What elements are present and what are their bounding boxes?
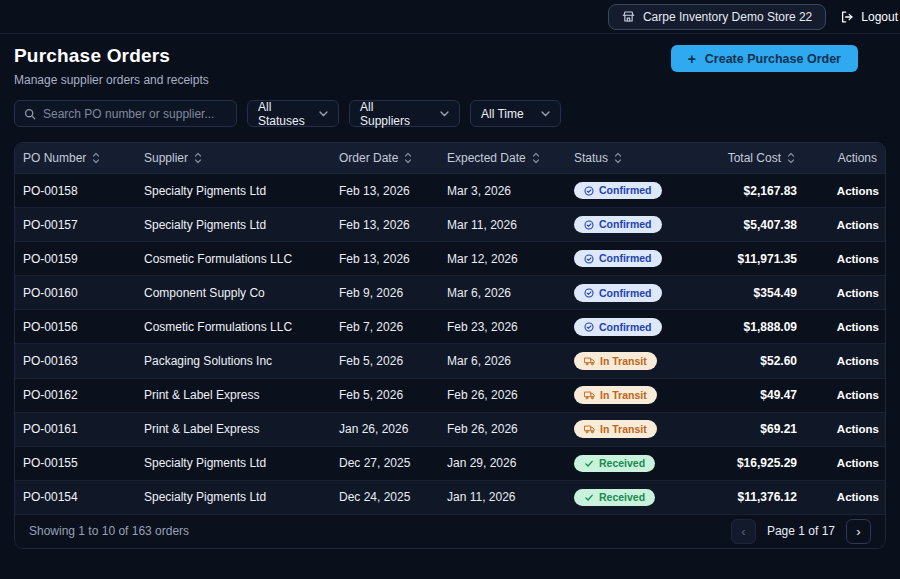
- row-actions-button[interactable]: Actions: [837, 355, 879, 367]
- showing-text: Showing 1 to 10 of 163 orders: [29, 524, 189, 538]
- expected-date-cell: Feb 23, 2026: [439, 320, 566, 334]
- supplier-cell: Cosmetic Formulations LLC: [136, 320, 331, 334]
- row-actions-button[interactable]: Actions: [837, 253, 879, 265]
- po-number-cell: PO-00160: [15, 286, 136, 300]
- table-row: PO-00163Packaging Solutions IncFeb 5, 20…: [15, 343, 885, 377]
- total-cost-cell: $1,888.09: [696, 320, 803, 334]
- column-header-expected-date[interactable]: Expected Date: [439, 151, 566, 165]
- column-label: Total Cost: [728, 151, 781, 165]
- status-label: Received: [599, 458, 645, 469]
- po-number-cell: PO-00156: [15, 320, 136, 334]
- expected-date-cell: Mar 3, 2026: [439, 184, 566, 198]
- sort-icon: [194, 152, 202, 164]
- store-selector-button[interactable]: Carpe Inventory Demo Store 22: [608, 4, 826, 30]
- chevron-down-icon: [319, 111, 328, 117]
- order-date-cell: Feb 5, 2026: [331, 354, 439, 368]
- total-cost-cell: $11,376.12: [696, 490, 803, 504]
- check-icon: [584, 493, 594, 502]
- row-actions-button[interactable]: Actions: [837, 321, 879, 333]
- row-actions-button[interactable]: Actions: [837, 457, 879, 469]
- expected-date-cell: Mar 11, 2026: [439, 218, 566, 232]
- status-cell: Received: [566, 455, 696, 473]
- sort-icon: [532, 152, 540, 164]
- column-label: Status: [574, 151, 608, 165]
- status-badge: In Transit: [574, 386, 657, 404]
- po-number-cell: PO-00154: [15, 490, 136, 504]
- status-label: Confirmed: [599, 288, 652, 299]
- supplier-filter[interactable]: All Suppliers: [349, 100, 460, 127]
- column-label: Order Date: [339, 151, 398, 165]
- prev-page-button[interactable]: ‹: [731, 519, 756, 544]
- table-row: PO-00157Specialty Pigments LtdFeb 13, 20…: [15, 207, 885, 241]
- row-actions-button[interactable]: Actions: [837, 287, 879, 299]
- table-footer: Showing 1 to 10 of 163 orders ‹ Page 1 o…: [15, 514, 885, 548]
- create-button-label: Create Purchase Order: [705, 52, 841, 66]
- row-actions-button[interactable]: Actions: [837, 219, 879, 231]
- status-label: In Transit: [600, 390, 647, 401]
- row-actions-button[interactable]: Actions: [837, 389, 879, 401]
- search-input[interactable]: [43, 107, 227, 121]
- actions-cell: Actions: [803, 456, 885, 470]
- expected-date-cell: Jan 11, 2026: [439, 490, 566, 504]
- check-circle-icon: [584, 288, 594, 298]
- status-label: Confirmed: [599, 219, 652, 230]
- chevron-down-icon: [440, 111, 449, 117]
- search-box: [14, 100, 237, 127]
- status-cell: In Transit: [566, 420, 696, 438]
- pagination: ‹ Page 1 of 17 ›: [731, 519, 871, 544]
- check-icon: [584, 459, 594, 468]
- row-actions-button[interactable]: Actions: [837, 185, 879, 197]
- actions-cell: Actions: [803, 252, 885, 266]
- table-row: PO-00154Specialty Pigments LtdDec 24, 20…: [15, 480, 885, 514]
- status-filter[interactable]: All Statuses: [247, 100, 339, 127]
- next-page-button[interactable]: ›: [846, 519, 871, 544]
- status-cell: Confirmed: [566, 182, 696, 200]
- status-cell: Confirmed: [566, 284, 696, 302]
- sort-icon: [404, 152, 412, 164]
- expected-date-cell: Mar 6, 2026: [439, 286, 566, 300]
- table-row: PO-00159Cosmetic Formulations LLCFeb 13,…: [15, 241, 885, 275]
- status-cell: Received: [566, 489, 696, 507]
- time-filter[interactable]: All Time: [470, 100, 561, 127]
- table-row: PO-00155Specialty Pigments LtdDec 27, 20…: [15, 446, 885, 480]
- check-circle-icon: [584, 186, 594, 196]
- status-label: Confirmed: [599, 253, 652, 264]
- order-date-cell: Feb 13, 2026: [331, 252, 439, 266]
- table-header-row: PO NumberSupplierOrder DateExpected Date…: [15, 143, 885, 173]
- column-header-order-date[interactable]: Order Date: [331, 151, 439, 165]
- order-date-cell: Feb 7, 2026: [331, 320, 439, 334]
- status-cell: In Transit: [566, 352, 696, 370]
- status-badge: Received: [574, 489, 655, 507]
- row-actions-button[interactable]: Actions: [837, 423, 879, 435]
- po-number-cell: PO-00159: [15, 252, 136, 266]
- po-number-cell: PO-00162: [15, 388, 136, 402]
- po-number-cell: PO-00161: [15, 422, 136, 436]
- expected-date-cell: Mar 6, 2026: [439, 354, 566, 368]
- logout-button[interactable]: Logout: [840, 10, 898, 24]
- table-row: PO-00161Print & Label ExpressJan 26, 202…: [15, 412, 885, 446]
- truck-icon: [584, 356, 595, 366]
- status-cell: Confirmed: [566, 250, 696, 268]
- order-date-cell: Feb 13, 2026: [331, 184, 439, 198]
- supplier-filter-value: All Suppliers: [360, 100, 426, 128]
- column-header-total-cost[interactable]: Total Cost: [696, 151, 803, 165]
- actions-cell: Actions: [803, 490, 885, 504]
- column-header-po-number[interactable]: PO Number: [15, 151, 136, 165]
- logout-icon: [840, 10, 854, 24]
- column-label: Actions: [838, 151, 877, 165]
- status-cell: In Transit: [566, 386, 696, 404]
- column-label: Supplier: [144, 151, 188, 165]
- column-header-status[interactable]: Status: [566, 151, 696, 165]
- table-row: PO-00156Cosmetic Formulations LLCFeb 7, …: [15, 309, 885, 343]
- status-badge: Confirmed: [574, 216, 662, 234]
- store-icon: [622, 10, 635, 23]
- create-purchase-order-button[interactable]: + Create Purchase Order: [671, 45, 858, 72]
- column-label: PO Number: [23, 151, 86, 165]
- total-cost-cell: $16,925.29: [696, 456, 803, 470]
- supplier-cell: Print & Label Express: [136, 422, 331, 436]
- column-header-supplier[interactable]: Supplier: [136, 151, 331, 165]
- check-circle-icon: [584, 322, 594, 332]
- row-actions-button[interactable]: Actions: [837, 491, 879, 503]
- total-cost-cell: $5,407.38: [696, 218, 803, 232]
- po-number-cell: PO-00163: [15, 354, 136, 368]
